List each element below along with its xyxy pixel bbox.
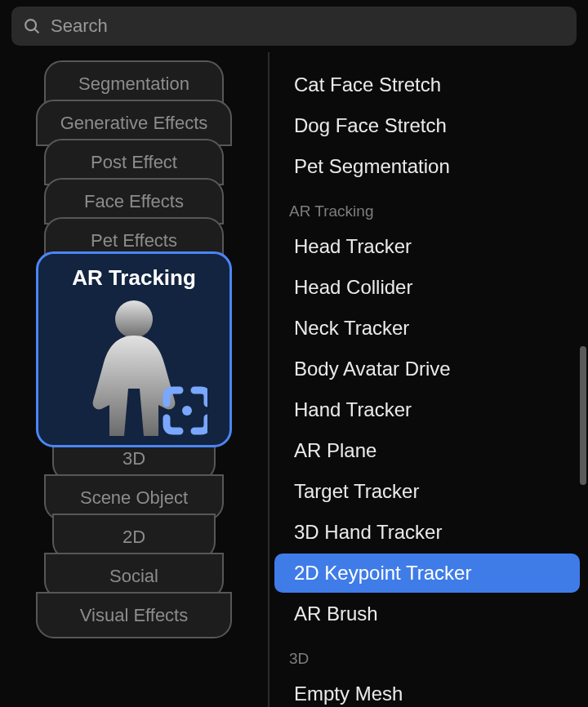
search-icon bbox=[23, 17, 41, 35]
item-dog-face-stretch[interactable]: Dog Face Stretch bbox=[274, 106, 580, 145]
items-scroll[interactable]: Cat Face Stretch Dog Face Stretch Pet Se… bbox=[270, 52, 588, 707]
item-hand-tracker[interactable]: Hand Tracker bbox=[274, 390, 580, 429]
section-header-3d: 3D bbox=[270, 635, 588, 673]
item-ar-brush[interactable]: AR Brush bbox=[274, 594, 580, 634]
category-stack-below: 3D Scene Object 2D Social Visual Effects bbox=[0, 442, 268, 638]
item-2d-keypoint-tracker[interactable]: 2D Keypoint Tracker bbox=[274, 554, 580, 593]
item-body-avatar-drive[interactable]: Body Avatar Drive bbox=[274, 349, 580, 389]
item-head-tracker[interactable]: Head Tracker bbox=[274, 227, 580, 266]
item-neck-tracker[interactable]: Neck Tracker bbox=[274, 309, 580, 348]
item-head-collider[interactable]: Head Collider bbox=[274, 268, 580, 307]
item-3d-hand-tracker[interactable]: 3D Hand Tracker bbox=[274, 513, 580, 552]
item-empty-mesh[interactable]: Empty Mesh bbox=[274, 674, 580, 707]
category-card-title: AR Tracking bbox=[72, 265, 196, 291]
item-ar-plane[interactable]: AR Plane bbox=[274, 431, 580, 470]
section-header-ar-tracking: AR Tracking bbox=[270, 188, 588, 225]
items-column: Cat Face Stretch Dog Face Stretch Pet Se… bbox=[270, 52, 588, 707]
item-cat-face-stretch[interactable]: Cat Face Stretch bbox=[274, 65, 580, 104]
svg-line-1 bbox=[34, 29, 38, 33]
item-target-tracker[interactable]: Target Tracker bbox=[274, 472, 580, 511]
main-content: Segmentation Generative Effects Post Eff… bbox=[0, 52, 588, 707]
category-stack-above: Segmentation Generative Effects Post Eff… bbox=[0, 60, 268, 256]
ar-tracking-illustration bbox=[48, 291, 220, 438]
svg-point-2 bbox=[115, 300, 153, 338]
category-column: Segmentation Generative Effects Post Eff… bbox=[0, 52, 270, 707]
scrollbar-thumb[interactable] bbox=[580, 346, 586, 485]
search-placeholder: Search bbox=[51, 16, 108, 37]
category-card-visual-effects[interactable]: Visual Effects bbox=[36, 592, 232, 638]
item-pet-segmentation[interactable]: Pet Segmentation bbox=[274, 147, 580, 186]
search-bar[interactable]: Search bbox=[11, 7, 577, 46]
svg-point-3 bbox=[182, 406, 192, 416]
category-card-ar-tracking[interactable]: AR Tracking bbox=[36, 251, 232, 447]
